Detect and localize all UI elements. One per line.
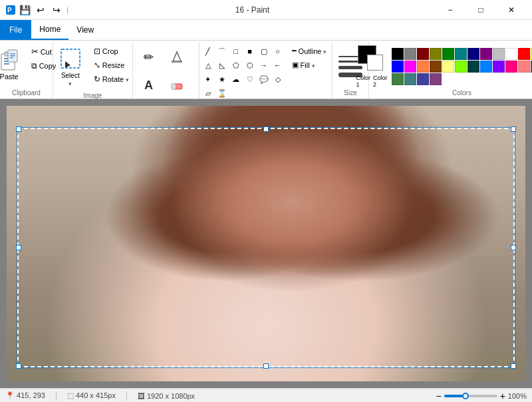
shape-triangle[interactable]: △ bbox=[201, 59, 215, 72]
shape-curve[interactable]: ⌒ bbox=[215, 45, 229, 58]
palette-color-14[interactable] bbox=[392, 61, 404, 73]
shape-arrow-r[interactable]: → bbox=[257, 59, 271, 72]
save-quick-btn[interactable]: 💾 bbox=[17, 3, 32, 17]
svg-rect-14 bbox=[172, 61, 182, 63]
crop-icon bbox=[94, 47, 100, 56]
zoom-control: − + 100% bbox=[436, 391, 527, 401]
eraser-button[interactable] bbox=[164, 73, 190, 98]
palette-color-31[interactable] bbox=[430, 73, 442, 85]
zoom-percent: 100% bbox=[508, 392, 527, 400]
palette-color-20[interactable] bbox=[467, 61, 479, 73]
palette-color-5[interactable] bbox=[455, 48, 467, 60]
maximize-button[interactable]: □ bbox=[466, 0, 496, 20]
shapes-group: ╱ ⌒ □ ■ ▢ ○ △ ◺ ⬠ ⬡ → ← ✦ ★ ☁ ♡ 💬 ◇ ▱ bbox=[200, 42, 332, 99]
palette-color-4[interactable] bbox=[442, 48, 454, 60]
shape-right-triangle[interactable]: ◺ bbox=[215, 59, 229, 72]
shape-callout[interactable]: 💬 bbox=[257, 73, 271, 86]
tab-file[interactable]: File bbox=[0, 20, 31, 40]
scissors-icon bbox=[31, 47, 39, 57]
palette-color-28[interactable] bbox=[392, 73, 404, 85]
pencil-icon: ✏ bbox=[144, 50, 154, 65]
redo-quick-btn[interactable]: ↪ bbox=[49, 3, 64, 17]
shape-heart[interactable]: ♡ bbox=[243, 73, 257, 86]
svg-rect-10 bbox=[10, 57, 13, 59]
paint-canvas[interactable] bbox=[7, 106, 525, 381]
palette-color-3[interactable] bbox=[430, 48, 442, 60]
rotate-button[interactable]: Rotate bbox=[90, 73, 132, 86]
shape-pentagon[interactable]: ⬠ bbox=[229, 59, 243, 72]
fill-button[interactable] bbox=[164, 45, 190, 70]
paste-button[interactable]: Paste bbox=[0, 45, 25, 85]
rotate-icon bbox=[94, 75, 100, 84]
select-button[interactable]: Select bbox=[53, 45, 88, 91]
shape-arrow-l[interactable]: ← bbox=[271, 59, 285, 72]
fill-shape-icon: ▣ bbox=[292, 61, 299, 69]
shape-hexagon[interactable]: ⬡ bbox=[243, 59, 257, 72]
palette-color-6[interactable] bbox=[467, 48, 479, 60]
cursor-position: 📍 415, 293 bbox=[5, 391, 45, 400]
outline-arrow bbox=[323, 47, 327, 55]
outline-button[interactable]: ━ Outline bbox=[289, 45, 331, 57]
zoom-track[interactable] bbox=[444, 395, 497, 397]
fill-icon bbox=[170, 51, 184, 64]
shape-ellipse[interactable]: ○ bbox=[271, 45, 285, 58]
shape-star5[interactable]: ★ bbox=[215, 73, 229, 86]
palette-color-1[interactable] bbox=[404, 48, 416, 60]
fill-shapes-button[interactable]: ▣ Fill bbox=[289, 59, 331, 71]
paste-label: Paste bbox=[0, 73, 19, 81]
tab-home[interactable]: Home bbox=[31, 20, 68, 40]
palette-color-0[interactable] bbox=[392, 48, 404, 60]
shape-scroll[interactable]: ⌛ bbox=[215, 87, 229, 100]
shape-diamond[interactable]: ◇ bbox=[271, 73, 285, 86]
selection-size: ⬚ 440 x 415px bbox=[67, 391, 116, 400]
crop-button[interactable]: Crop bbox=[90, 45, 132, 58]
shape-cloud[interactable]: ☁ bbox=[229, 73, 243, 86]
palette-color-8[interactable] bbox=[493, 48, 505, 60]
palette-color-19[interactable] bbox=[455, 61, 467, 73]
palette-color-9[interactable] bbox=[505, 48, 517, 60]
text-tool-icon: A bbox=[144, 79, 153, 93]
shape-round-rect[interactable]: ▢ bbox=[257, 45, 271, 58]
svg-rect-9 bbox=[10, 55, 15, 57]
palette-color-22[interactable] bbox=[493, 61, 505, 73]
zoom-thumb[interactable] bbox=[462, 393, 469, 399]
palette-color-2[interactable] bbox=[417, 48, 429, 60]
outline-icon: ━ bbox=[292, 47, 297, 55]
palette-color-17[interactable] bbox=[430, 61, 442, 73]
tools-group: ✏ A bbox=[133, 42, 200, 99]
color2-box[interactable] bbox=[367, 55, 383, 71]
palette-color-29[interactable] bbox=[404, 73, 416, 85]
shape-rect-fill[interactable]: ■ bbox=[243, 45, 257, 58]
zoom-out-button[interactable]: − bbox=[436, 391, 441, 401]
status-divider-1 bbox=[56, 391, 57, 401]
pencil-button[interactable]: ✏ bbox=[136, 45, 162, 70]
palette-color-23[interactable] bbox=[505, 61, 517, 73]
palette-color-16[interactable] bbox=[417, 61, 429, 73]
zoom-in-button[interactable]: + bbox=[500, 391, 505, 401]
text-button[interactable]: A bbox=[136, 73, 162, 98]
shape-star4[interactable]: ✦ bbox=[201, 73, 215, 86]
palette-color-24[interactable] bbox=[518, 61, 530, 73]
palette-color-21[interactable] bbox=[480, 61, 492, 73]
image-small-buttons: Crop Resize Rotate bbox=[90, 45, 132, 86]
resize-button[interactable]: Resize bbox=[90, 59, 132, 72]
window-title: 16 - Paint bbox=[75, 5, 430, 15]
main-canvas-area bbox=[0, 99, 532, 388]
palette-color-10[interactable] bbox=[518, 48, 530, 60]
size-label: Size bbox=[335, 88, 366, 99]
palette-color-15[interactable] bbox=[404, 61, 416, 73]
close-button[interactable]: ✕ bbox=[496, 0, 527, 20]
palette-color-7[interactable] bbox=[480, 48, 492, 60]
paste-icon bbox=[0, 49, 20, 73]
shape-parallelogram[interactable]: ▱ bbox=[201, 87, 215, 100]
undo-quick-btn[interactable]: ↩ bbox=[33, 3, 48, 17]
palette-color-18[interactable] bbox=[442, 61, 454, 73]
tab-view[interactable]: View bbox=[68, 20, 102, 40]
title-bar: P 💾 ↩ ↪ | 16 - Paint − □ ✕ bbox=[0, 0, 532, 20]
colors-group: Color 1 Color 2 Colors bbox=[369, 42, 532, 99]
palette-color-30[interactable] bbox=[417, 73, 429, 85]
resize-icon bbox=[94, 61, 100, 70]
shape-rect[interactable]: □ bbox=[229, 45, 243, 58]
minimize-button[interactable]: − bbox=[435, 0, 466, 20]
shape-line[interactable]: ╱ bbox=[201, 45, 215, 58]
